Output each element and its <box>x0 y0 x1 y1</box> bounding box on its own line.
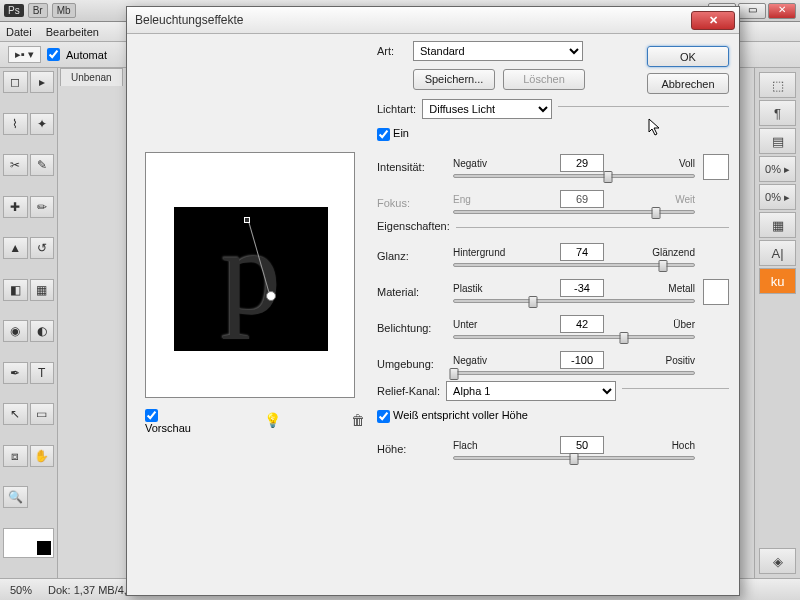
material-label: Material: <box>377 286 453 298</box>
material-right: Metall <box>641 283 695 294</box>
right-dock: ⬚ ¶ ▤ 0% ▸ 0% ▸ ▦ A| ku ◈ <box>754 68 800 578</box>
material-slider[interactable] <box>453 299 695 303</box>
menu-file[interactable]: Datei <box>6 26 32 38</box>
dialog-title-bar[interactable]: Beleuchtungseffekte ✕ <box>127 7 739 34</box>
tools-panel: ◻ ▸ ⌇ ✦ ✂ ✎ ✚ ✏ ▲ ↺ ◧ ▦ ◉ ◐ ✒ T ↖ ▭ ⧈ ✋ … <box>0 68 58 578</box>
move-tool-icon[interactable]: ▸ <box>30 71 55 93</box>
fokus-input <box>560 190 604 208</box>
type-tool-icon[interactable]: T <box>30 362 55 384</box>
crop-tool-icon[interactable]: ✂ <box>3 154 28 176</box>
preview-checkbox[interactable] <box>145 409 158 422</box>
relief-select[interactable]: Alpha 1 <box>446 381 616 401</box>
art-select[interactable]: Standard <box>413 41 583 61</box>
material-color-swatch[interactable] <box>703 279 729 305</box>
fokus-label: Fokus: <box>377 197 453 209</box>
swatches-icon[interactable]: ⬚ <box>759 72 796 98</box>
art-label: Art: <box>377 45 413 57</box>
hoehe-right: Hoch <box>641 440 695 451</box>
lighting-effects-dialog: Beleuchtungseffekte ✕ p Vorschau 💡 🗑 <box>126 6 740 596</box>
belichtung-input[interactable] <box>560 315 604 333</box>
stamp-tool-icon[interactable]: ▲ <box>3 237 28 259</box>
hoehe-input[interactable] <box>560 436 604 454</box>
layers-icon[interactable]: ◈ <box>759 548 796 574</box>
styles-icon[interactable]: ▦ <box>759 212 796 238</box>
umgebung-left: Negativ <box>453 355 523 366</box>
lichtart-select[interactable]: Diffuses Licht <box>422 99 552 119</box>
lasso-tool-icon[interactable]: ⌇ <box>3 113 28 135</box>
menu-edit[interactable]: Bearbeiten <box>46 26 99 38</box>
3d-tool-icon[interactable]: ⧈ <box>3 445 28 467</box>
preview-image: p <box>174 207 328 351</box>
glanz-input[interactable] <box>560 243 604 261</box>
pen-tool-icon[interactable]: ✒ <box>3 362 28 384</box>
dodge-tool-icon[interactable]: ◐ <box>30 320 55 342</box>
ein-checkbox-label: Ein <box>377 127 409 141</box>
belichtung-slider[interactable] <box>453 335 695 339</box>
delete-button: Löschen <box>503 69 585 90</box>
lichtart-label: Lichtart: Diffuses Licht <box>377 99 558 119</box>
brush-tool-icon[interactable]: ✏ <box>30 196 55 218</box>
intensitaet-slider[interactable] <box>453 174 695 178</box>
preview-checkbox-label: Vorschau <box>145 408 194 434</box>
dialog-close-button[interactable]: ✕ <box>691 11 735 30</box>
paragraph-icon[interactable]: ¶ <box>759 100 796 126</box>
ps-badge: Ps <box>4 4 24 17</box>
kuler-icon[interactable]: ku <box>759 268 796 294</box>
actions2-icon[interactable]: 0% ▸ <box>759 184 796 210</box>
weiss-checkbox[interactable] <box>377 410 390 423</box>
app-close-button[interactable]: ✕ <box>768 3 796 19</box>
fokus-left: Eng <box>453 194 523 205</box>
shape-tool-icon[interactable]: ▭ <box>30 403 55 425</box>
belichtung-label: Belichtung: <box>377 322 453 334</box>
intensitaet-left: Negativ <box>453 158 523 169</box>
glanz-label: Glanz: <box>377 250 453 262</box>
eyedropper-tool-icon[interactable]: ✎ <box>30 154 55 176</box>
eraser-tool-icon[interactable]: ◧ <box>3 279 28 301</box>
tool-preset[interactable]: ▸▪ ▾ <box>8 46 41 63</box>
save-button[interactable]: Speichern... <box>413 69 495 90</box>
marquee-tool-icon[interactable]: ◻ <box>3 71 28 93</box>
wand-tool-icon[interactable]: ✦ <box>30 113 55 135</box>
material-input[interactable] <box>560 279 604 297</box>
preview-content: p <box>221 225 281 321</box>
path-tool-icon[interactable]: ↖ <box>3 403 28 425</box>
heal-tool-icon[interactable]: ✚ <box>3 196 28 218</box>
ein-checkbox[interactable] <box>377 128 390 141</box>
br-badge: Br <box>28 3 48 18</box>
zoom-tool-icon[interactable]: 🔍 <box>3 486 28 508</box>
cancel-button[interactable]: Abbrechen <box>647 73 729 94</box>
history-brush-tool-icon[interactable]: ↺ <box>30 237 55 259</box>
lightbulb-icon[interactable]: 💡 <box>264 412 281 430</box>
hand-tool-icon[interactable]: ✋ <box>30 445 55 467</box>
eigenschaften-label: Eigenschaften: <box>377 220 456 232</box>
gradient-tool-icon[interactable]: ▦ <box>30 279 55 301</box>
umgebung-right: Positiv <box>641 355 695 366</box>
belichtung-left: Unter <box>453 319 523 330</box>
light-center-handle[interactable] <box>266 291 276 301</box>
hoehe-left: Flach <box>453 440 523 451</box>
light-handle[interactable] <box>244 217 250 223</box>
trash-icon[interactable]: 🗑 <box>351 412 365 430</box>
fokus-slider <box>453 210 695 214</box>
blur-tool-icon[interactable]: ◉ <box>3 320 28 342</box>
preview-canvas[interactable]: p <box>145 152 355 398</box>
weiss-checkbox-label: Weiß entspricht voller Höhe <box>377 409 528 423</box>
dialog-title: Beleuchtungseffekte <box>135 13 244 27</box>
fokus-right: Weit <box>641 194 695 205</box>
ok-button[interactable]: OK <box>647 46 729 67</box>
intensitaet-label: Intensität: <box>377 161 453 173</box>
actions-icon[interactable]: 0% ▸ <box>759 156 796 182</box>
light-color-swatch[interactable] <box>703 154 729 180</box>
automat-checkbox[interactable] <box>47 48 60 61</box>
mb-badge: Mb <box>52 3 76 18</box>
color-swatches[interactable] <box>3 528 54 558</box>
zoom-level[interactable]: 50% <box>10 584 32 596</box>
hoehe-slider[interactable] <box>453 456 695 460</box>
umgebung-input[interactable] <box>560 351 604 369</box>
character-icon[interactable]: A| <box>759 240 796 266</box>
intensitaet-input[interactable] <box>560 154 604 172</box>
app-maximize-button[interactable]: ▭ <box>738 3 766 19</box>
history-icon[interactable]: ▤ <box>759 128 796 154</box>
glanz-slider[interactable] <box>453 263 695 267</box>
umgebung-slider[interactable] <box>453 371 695 375</box>
